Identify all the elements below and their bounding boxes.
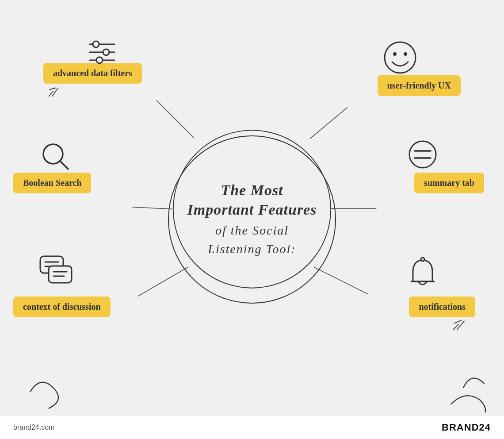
diagram-container: The Most Important Features of the Socia… bbox=[0, 27, 504, 412]
svg-point-18 bbox=[96, 57, 103, 63]
svg-point-19 bbox=[385, 42, 416, 73]
label-summary-tab: summary tab bbox=[414, 173, 484, 193]
svg-line-10 bbox=[457, 321, 464, 330]
equals-icon bbox=[407, 139, 439, 172]
svg-point-14 bbox=[93, 41, 99, 47]
center-subtitle: of the Social Listening Tool: bbox=[187, 221, 317, 258]
svg-point-33 bbox=[421, 258, 424, 261]
label-user-friendly-ux: user-friendly UX bbox=[378, 75, 461, 96]
svg-line-8 bbox=[50, 88, 55, 90]
footer: brand24.com BRAND24 bbox=[0, 416, 504, 439]
center-text: The Most Important Features of the Socia… bbox=[179, 172, 326, 267]
svg-line-6 bbox=[314, 267, 368, 294]
svg-point-20 bbox=[393, 52, 397, 56]
svg-line-5 bbox=[138, 267, 188, 297]
svg-line-2 bbox=[310, 108, 347, 139]
svg-line-7 bbox=[52, 88, 58, 96]
svg-point-16 bbox=[103, 49, 109, 55]
chat-icon bbox=[39, 255, 73, 289]
svg-point-21 bbox=[404, 52, 407, 56]
center-circle: The Most Important Features of the Socia… bbox=[168, 135, 336, 304]
search-icon bbox=[41, 142, 71, 173]
svg-line-1 bbox=[157, 100, 194, 138]
label-boolean-search: Boolean Search bbox=[13, 173, 91, 193]
svg-line-23 bbox=[60, 161, 68, 169]
svg-point-24 bbox=[409, 141, 436, 168]
svg-line-3 bbox=[132, 207, 173, 209]
label-notifications: notifications bbox=[409, 297, 475, 317]
footer-website: brand24.com bbox=[13, 424, 54, 431]
center-line1: The Most Important Features bbox=[187, 181, 317, 220]
svg-line-11 bbox=[454, 320, 462, 323]
sliders-icon bbox=[86, 39, 118, 67]
smile-icon bbox=[382, 40, 418, 77]
bell-icon bbox=[407, 256, 439, 293]
footer-brand: BRAND24 bbox=[442, 422, 491, 433]
svg-rect-30 bbox=[49, 266, 72, 283]
label-context-of-discussion: context of discussion bbox=[13, 297, 111, 317]
